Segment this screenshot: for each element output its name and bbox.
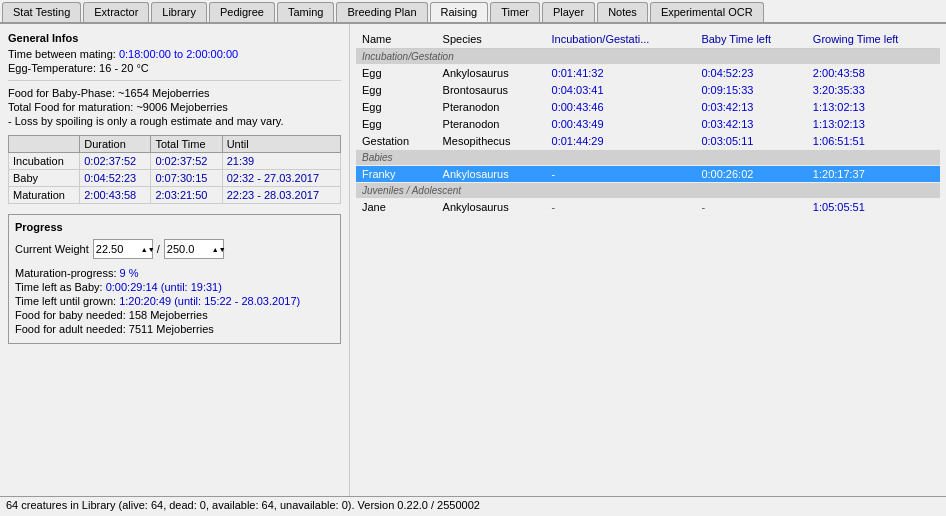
- weight-current-input[interactable]: [96, 243, 141, 255]
- time-grown-value: 1:20:20:49 (until: 15:22 - 28.03.2017): [119, 295, 300, 307]
- col-growing-time: Growing Time left: [807, 30, 940, 49]
- weight-current-arrows[interactable]: ▲▼: [141, 246, 155, 253]
- tab-taming[interactable]: Taming: [277, 2, 334, 22]
- col-header-empty: [9, 136, 80, 153]
- time-baby-line: Time left as Baby: 0:00:29:14 (until: 19…: [15, 281, 334, 293]
- col-species: Species: [437, 30, 546, 49]
- table-row: Maturation 2:00:43:58 2:03:21:50 22:23 -…: [9, 187, 341, 204]
- food-adult-needed-label: Food for adult needed:: [15, 323, 126, 335]
- food-note: - Loss by spoiling is only a rough estim…: [8, 115, 341, 127]
- row-label-incubation: Incubation: [9, 153, 80, 170]
- food-total-info: Total Food for maturation: ~9006 Mejober…: [8, 101, 341, 113]
- time-grown-line: Time left until grown: 1:20:20:49 (until…: [15, 295, 334, 307]
- maturation-value: 9 %: [120, 267, 139, 279]
- progress-title: Progress: [15, 221, 334, 233]
- raising-table: Name Species Incubation/Gestati... Baby …: [356, 30, 940, 216]
- list-item[interactable]: GestationMesopithecus0:01:44:290:03:05:1…: [356, 133, 940, 150]
- food-baby-label: Food for Baby-Phase:: [8, 87, 115, 99]
- weight-max-arrows[interactable]: ▲▼: [212, 246, 226, 253]
- weight-current-spinbox[interactable]: ▲▼: [93, 239, 153, 259]
- time-grown-label: Time left until grown:: [15, 295, 116, 307]
- tab-timer[interactable]: Timer: [490, 2, 540, 22]
- list-item[interactable]: EggBrontosaurus0:04:03:410:09:15:333:20:…: [356, 82, 940, 99]
- row-label-maturation: Maturation: [9, 187, 80, 204]
- tab-notes[interactable]: Notes: [597, 2, 648, 22]
- tab-breeding-plan[interactable]: Breeding Plan: [336, 2, 427, 22]
- table-row: Incubation 0:02:37:52 0:02:37:52 21:39: [9, 153, 341, 170]
- row-duration-maturation: 2:00:43:58: [80, 187, 151, 204]
- weight-separator: /: [157, 243, 160, 255]
- group-header-row: Juveniles / Adolescent: [356, 183, 940, 199]
- col-header-total: Total Time: [151, 136, 222, 153]
- egg-temp-label: Egg-Temperature:: [8, 62, 96, 74]
- divider-1: [8, 80, 341, 81]
- list-item[interactable]: EggPteranodon0:00:43:460:03:42:131:13:02…: [356, 99, 940, 116]
- food-total-label: Total Food for maturation:: [8, 101, 133, 113]
- row-label-baby: Baby: [9, 170, 80, 187]
- weight-label: Current Weight: [15, 243, 89, 255]
- general-infos-title: General Infos: [8, 32, 341, 44]
- time-baby-value: 0:00:29:14 (until: 19:31): [106, 281, 222, 293]
- tab-stat-testing[interactable]: Stat Testing: [2, 2, 81, 22]
- food-baby-info: Food for Baby-Phase: ~1654 Mejoberries: [8, 87, 341, 99]
- food-adult-needed-value: 7511 Mejoberries: [129, 323, 214, 335]
- row-until-maturation: 22:23 - 28.03.2017: [222, 187, 340, 204]
- col-header-until: Until: [222, 136, 340, 153]
- row-total-incubation: 0:02:37:52: [151, 153, 222, 170]
- egg-temp-value: 16 - 20 °C: [99, 62, 149, 74]
- mating-value: 0:18:00:00 to 2:00:00:00: [119, 48, 238, 60]
- row-duration-baby: 0:04:52:23: [80, 170, 151, 187]
- col-header-duration: Duration: [80, 136, 151, 153]
- maturation-label: Maturation-progress:: [15, 267, 117, 279]
- time-baby-label: Time left as Baby:: [15, 281, 103, 293]
- list-item[interactable]: JaneAnkylosaurus--1:05:05:51: [356, 199, 940, 216]
- row-until-incubation: 21:39: [222, 153, 340, 170]
- main-content: General Infos Time between mating: 0:18:…: [0, 24, 946, 496]
- timing-table: Duration Total Time Until Incubation 0:0…: [8, 135, 341, 204]
- col-baby-time: Baby Time left: [695, 30, 806, 49]
- tab-experimental-ocr[interactable]: Experimental OCR: [650, 2, 764, 22]
- tab-extractor[interactable]: Extractor: [83, 2, 149, 22]
- status-bar: 64 creatures in Library (alive: 64, dead…: [0, 496, 946, 516]
- group-header-row: Incubation/Gestation: [356, 49, 940, 65]
- weight-row: Current Weight ▲▼ / ▲▼: [15, 239, 334, 259]
- left-panel: General Infos Time between mating: 0:18:…: [0, 24, 350, 496]
- table-row: Baby 0:04:52:23 0:07:30:15 02:32 - 27.03…: [9, 170, 341, 187]
- weight-max-input[interactable]: [167, 243, 212, 255]
- tab-raising[interactable]: Raising: [430, 2, 489, 22]
- food-baby-needed-line: Food for baby needed: 158 Mejoberries: [15, 309, 334, 321]
- food-baby-value: ~1654 Mejoberries: [118, 87, 209, 99]
- row-until-baby: 02:32 - 27.03.2017: [222, 170, 340, 187]
- tab-bar: Stat Testing Extractor Library Pedigree …: [0, 0, 946, 24]
- col-name: Name: [356, 30, 437, 49]
- mating-label: Time between mating:: [8, 48, 116, 60]
- tab-pedigree[interactable]: Pedigree: [209, 2, 275, 22]
- food-baby-needed-label: Food for baby needed:: [15, 309, 126, 321]
- row-duration-incubation: 0:02:37:52: [80, 153, 151, 170]
- tab-library[interactable]: Library: [151, 2, 207, 22]
- maturation-progress-line: Maturation-progress: 9 %: [15, 267, 334, 279]
- right-panel: Name Species Incubation/Gestati... Baby …: [350, 24, 946, 496]
- list-item[interactable]: EggAnkylosaurus0:01:41:320:04:52:232:00:…: [356, 65, 940, 82]
- group-header-row: Babies: [356, 150, 940, 166]
- food-adult-needed-line: Food for adult needed: 7511 Mejoberries: [15, 323, 334, 335]
- status-text: 64 creatures in Library (alive: 64, dead…: [6, 499, 480, 511]
- row-total-maturation: 2:03:21:50: [151, 187, 222, 204]
- row-total-baby: 0:07:30:15: [151, 170, 222, 187]
- raising-table-header: Name Species Incubation/Gestati... Baby …: [356, 30, 940, 49]
- progress-section: Progress Current Weight ▲▼ / ▲▼ Maturati…: [8, 214, 341, 344]
- food-baby-needed-value: 158 Mejoberries: [129, 309, 208, 321]
- col-incubation: Incubation/Gestati...: [546, 30, 696, 49]
- tab-player[interactable]: Player: [542, 2, 595, 22]
- food-total-value: ~9006 Mejoberries: [136, 101, 227, 113]
- weight-max-spinbox[interactable]: ▲▼: [164, 239, 224, 259]
- list-item[interactable]: EggPteranodon0:00:43:490:03:42:131:13:02…: [356, 116, 940, 133]
- egg-temp-info: Egg-Temperature: 16 - 20 °C: [8, 62, 341, 74]
- mating-info: Time between mating: 0:18:00:00 to 2:00:…: [8, 48, 341, 60]
- list-item[interactable]: FrankyAnkylosaurus-0:00:26:021:20:17:37: [356, 166, 940, 183]
